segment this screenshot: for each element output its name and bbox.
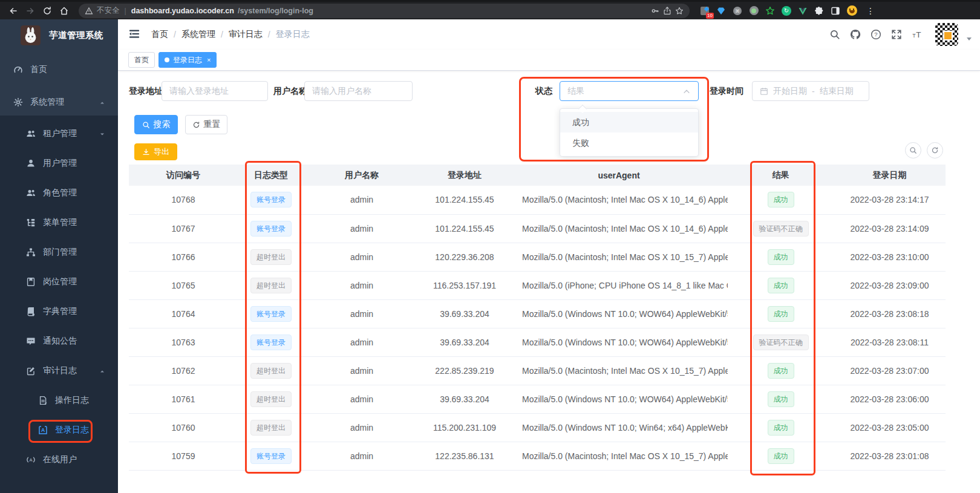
- status-select[interactable]: 结果: [560, 81, 699, 101]
- svg-text:?: ?: [874, 31, 877, 38]
- password-key-icon[interactable]: [651, 7, 659, 15]
- sidebar-item-post-management[interactable]: 岗位管理: [0, 267, 118, 296]
- sidebar-item-tenant-management[interactable]: 租户管理: [0, 119, 118, 148]
- browser-back-icon[interactable]: [6, 4, 21, 18]
- vue-devtools-icon[interactable]: [797, 5, 808, 16]
- breadcrumb-home[interactable]: 首页: [151, 29, 168, 40]
- sidebar-item-label: 登录日志: [55, 425, 89, 436]
- login-address-input[interactable]: 请输入登录地址: [162, 81, 268, 101]
- browser-menu-icon[interactable]: ⋮: [866, 6, 875, 16]
- cell-login-date: 2022-03-28 23:08:18: [834, 299, 946, 328]
- sidebar-item-audit-log[interactable]: 审计日志: [0, 356, 118, 385]
- sidebar-item-label: 用户管理: [43, 158, 77, 169]
- status-dropdown-panel: 成功失败: [560, 108, 699, 157]
- sidebar-item-menu-management[interactable]: 菜单管理: [0, 207, 118, 237]
- log-type-tag: 超时登出: [250, 249, 292, 265]
- not-secure-label[interactable]: 不安全: [97, 5, 120, 16]
- column-header: 访问编号: [129, 165, 238, 186]
- cell-user-agent: Mozilla/5.0 (Windows NT 10.0; Win64; x64…: [510, 413, 728, 442]
- command-extension-icon[interactable]: ⌘: [732, 5, 743, 16]
- sync-extension-icon[interactable]: ↻: [781, 5, 792, 16]
- sidebar-collapse-icon[interactable]: [128, 28, 142, 41]
- table-row: 10759账号登录admin122.235.86.131Mozilla/5.0 …: [129, 442, 946, 470]
- log-type-tag: 账号登录: [250, 335, 292, 350]
- search-button[interactable]: 搜索: [134, 115, 178, 134]
- cell-username: admin: [304, 328, 419, 356]
- header-search-icon[interactable]: [829, 28, 841, 41]
- gem-extension-icon[interactable]: [716, 5, 727, 16]
- url-bar[interactable]: 不安全 | dashboard.yudao.iocoder.cn/system/…: [79, 4, 690, 18]
- sidebar-item-label: 通知公告: [43, 336, 77, 347]
- tag-close-icon[interactable]: ×: [207, 56, 211, 64]
- browser-home-icon[interactable]: [57, 4, 71, 18]
- profile-avatar-icon[interactable]: [846, 5, 857, 16]
- pinia-extension-icon[interactable]: [765, 5, 776, 16]
- log-type-tag: 账号登录: [250, 221, 292, 237]
- fullscreen-icon[interactable]: [890, 28, 903, 41]
- cell-visit-id: 10765: [129, 271, 238, 299]
- share-icon[interactable]: [663, 7, 671, 15]
- recorder-extension-icon[interactable]: [748, 5, 759, 16]
- tag-login-log[interactable]: 登录日志 ×: [158, 52, 217, 68]
- username-input[interactable]: 请输入用户名称: [304, 81, 413, 101]
- result-tag-cell: 成功: [728, 243, 834, 271]
- tag-home[interactable]: 首页: [128, 52, 155, 68]
- sidebar-item-role-management[interactable]: 角色管理: [0, 178, 118, 207]
- breadcrumb-audit[interactable]: 审计日志: [229, 29, 263, 40]
- cell-login-date: 2022-03-28 23:14:09: [834, 214, 946, 243]
- sidebar-item-dict-management[interactable]: 字典管理: [0, 296, 118, 326]
- status-option-success[interactable]: 成功: [560, 112, 698, 132]
- font-size-icon[interactable]: TT: [911, 28, 923, 41]
- bookmark-star-icon[interactable]: [675, 7, 684, 15]
- not-secure-warning-icon: [85, 7, 93, 15]
- login-time-range-picker[interactable]: 开始日期 - 结束日期: [752, 81, 869, 101]
- top-navbar: 首页 / 系统管理 / 审计日志 / 登录日志 ? TT: [118, 19, 980, 50]
- user-avatar[interactable]: [935, 23, 958, 46]
- sidebar-item-login-log[interactable]: A登录日志: [0, 415, 118, 445]
- column-header: 结果: [728, 165, 834, 186]
- sidebar-panel-icon[interactable]: [830, 5, 841, 16]
- search-icon: [142, 121, 150, 129]
- sidebar-item-operation-log[interactable]: 操作日志: [0, 385, 118, 415]
- cell-login-date: 2022-03-28 23:08:11: [834, 328, 946, 356]
- sidebar-item-user-management[interactable]: 用户管理: [0, 148, 118, 178]
- svg-text:T: T: [912, 33, 916, 39]
- table-search-toggle-button[interactable]: [905, 142, 921, 158]
- status-option-fail[interactable]: 失败: [560, 132, 698, 153]
- url-path[interactable]: /system/log/login-log: [238, 7, 313, 15]
- sidebar-item-label: 角色管理: [43, 188, 77, 198]
- result-tag-cell: 成功: [728, 356, 834, 385]
- log-type-tag: 超时登出: [250, 363, 292, 379]
- sidebar-item-dept-management[interactable]: 部门管理: [0, 237, 118, 267]
- export-button[interactable]: 导出: [134, 143, 177, 160]
- sidebar-item-notice-announcement[interactable]: 通知公告: [0, 326, 118, 356]
- cell-visit-id: 10768: [129, 186, 238, 214]
- extensions-puzzle-icon[interactable]: [814, 5, 825, 16]
- sidebar-item-home[interactable]: 首页: [0, 53, 118, 86]
- cell-login-date: 2022-03-28 23:01:08: [834, 442, 946, 470]
- login-time-label: 登录时间: [710, 81, 743, 101]
- url-host[interactable]: dashboard.yudao.iocoder.cn: [131, 7, 234, 15]
- cell-login-date: 2022-03-28 23:07:00: [834, 356, 946, 385]
- sidebar-item-online-user[interactable]: A在线用户: [0, 445, 118, 474]
- stats-extension-icon[interactable]: 10: [699, 5, 710, 16]
- cell-visit-id: 10767: [129, 214, 238, 243]
- help-icon[interactable]: ?: [870, 28, 882, 41]
- column-header: 登录地址: [419, 165, 510, 186]
- rabbit-logo: [21, 25, 41, 45]
- reset-button[interactable]: 重置: [185, 115, 227, 134]
- avatar-caret-down-icon[interactable]: [967, 38, 972, 41]
- column-header: 用户名称: [304, 165, 419, 186]
- start-date-placeholder[interactable]: 开始日期: [773, 86, 807, 97]
- caret-up-icon: [682, 87, 691, 96]
- end-date-placeholder[interactable]: 结束日期: [820, 86, 854, 97]
- cell-login-address: 120.229.36.208: [419, 243, 510, 271]
- app-logo-row[interactable]: 芋道管理系统: [0, 19, 118, 51]
- sidebar-item-system-management[interactable]: 系统管理: [0, 86, 118, 119]
- cell-visit-id: 10761: [129, 385, 238, 413]
- github-icon[interactable]: [849, 28, 861, 41]
- table-refresh-button[interactable]: [927, 142, 943, 158]
- breadcrumb-system[interactable]: 系统管理: [181, 29, 215, 40]
- browser-forward-icon[interactable]: [23, 4, 38, 18]
- browser-reload-icon[interactable]: [40, 4, 54, 18]
